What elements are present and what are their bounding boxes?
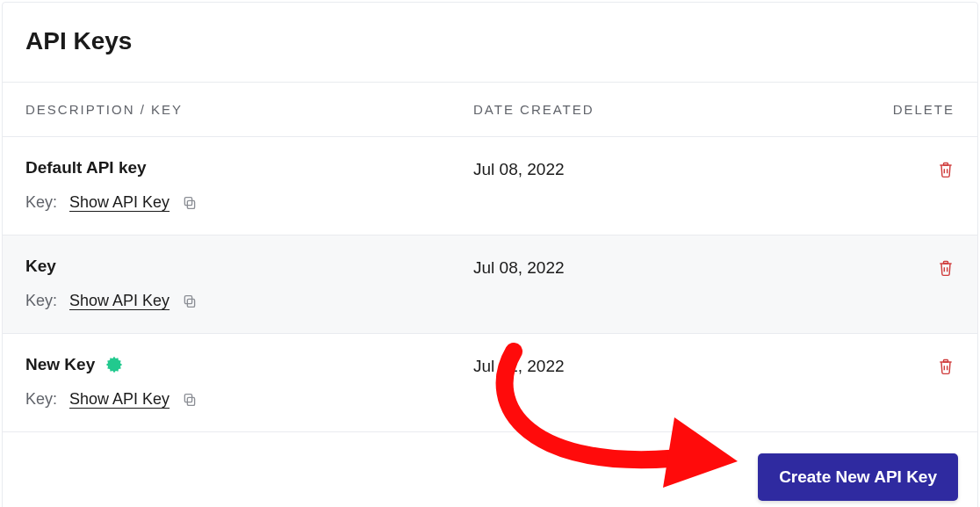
create-new-api-key-button[interactable]: Create New API Key — [758, 453, 958, 501]
key-name: Default API key — [25, 158, 473, 177]
cell-date: Jul 22, 2022 — [473, 355, 858, 376]
cell-delete — [858, 257, 955, 281]
svg-rect-0 — [187, 200, 194, 208]
svg-rect-5 — [184, 394, 191, 402]
table-row: Key Key: Show API Key Jul 08, 2022 — [3, 235, 977, 334]
key-line: Key: Show API Key — [25, 193, 473, 212]
copy-icon[interactable] — [182, 195, 198, 211]
key-line: Key: Show API Key — [25, 390, 473, 409]
table-header-row: DESCRIPTION / KEY DATE CREATED DELETE — [3, 82, 977, 137]
key-label: Key: — [25, 292, 57, 310]
key-name-text: New Key — [25, 355, 95, 374]
cell-description: Key Key: Show API Key — [25, 257, 473, 310]
trash-icon[interactable] — [937, 160, 955, 179]
cell-delete — [858, 355, 955, 380]
trash-icon[interactable] — [937, 258, 955, 278]
cell-date: Jul 08, 2022 — [473, 257, 858, 278]
key-label: Key: — [25, 193, 57, 212]
key-name: Key — [25, 257, 473, 276]
copy-icon[interactable] — [182, 293, 198, 309]
key-name-text: Key — [25, 257, 56, 276]
svg-rect-3 — [184, 295, 191, 303]
panel-footer: Create New API Key — [3, 432, 977, 507]
show-api-key-link[interactable]: Show API Key — [69, 292, 169, 310]
table-row: New Key Key: Show API Key Jul 22, 2 — [3, 334, 977, 432]
trash-icon[interactable] — [937, 357, 955, 376]
show-api-key-link[interactable]: Show API Key — [69, 193, 169, 212]
cell-delete — [858, 158, 955, 183]
key-line: Key: Show API Key — [25, 292, 473, 310]
cell-date: Jul 08, 2022 — [473, 158, 858, 179]
column-header-delete: DELETE — [858, 102, 955, 117]
show-api-key-link[interactable]: Show API Key — [69, 390, 169, 409]
cell-description: New Key Key: Show API Key — [25, 355, 473, 409]
api-keys-panel: API Keys DESCRIPTION / KEY DATE CREATED … — [2, 2, 978, 507]
key-label: Key: — [25, 390, 57, 409]
panel-header: API Keys — [3, 3, 977, 82]
table-row: Default API key Key: Show API Key Jul 08… — [3, 137, 977, 235]
column-header-description: DESCRIPTION / KEY — [25, 102, 473, 117]
key-name-text: Default API key — [25, 158, 147, 177]
new-badge-icon — [105, 356, 123, 373]
svg-rect-4 — [187, 397, 194, 405]
copy-icon[interactable] — [182, 392, 198, 408]
page-title: API Keys — [25, 27, 955, 55]
svg-rect-1 — [184, 197, 191, 205]
key-name: New Key — [25, 355, 473, 374]
column-header-date: DATE CREATED — [473, 102, 858, 117]
cell-description: Default API key Key: Show API Key — [25, 158, 473, 212]
svg-rect-2 — [187, 299, 194, 307]
